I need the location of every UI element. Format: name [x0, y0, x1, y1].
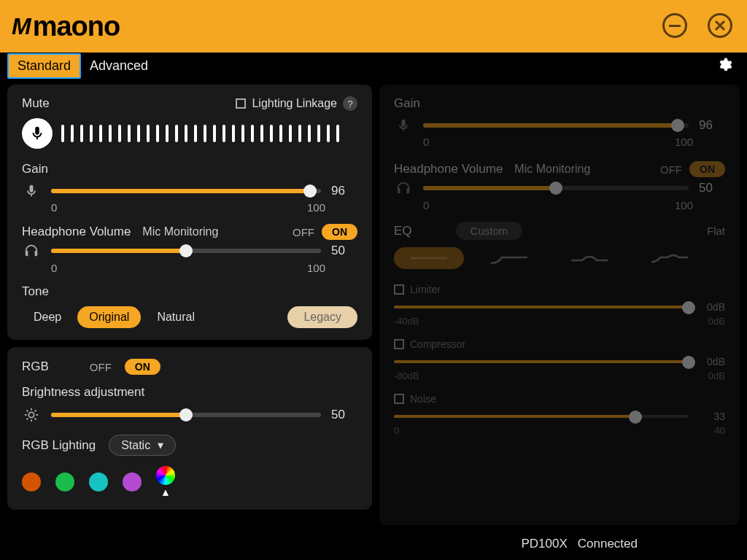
compressor-value: 0dB [696, 356, 725, 368]
color-swatch-4[interactable] [123, 472, 142, 491]
gain-slider[interactable] [51, 189, 321, 193]
rgb-label: RGB [22, 359, 49, 374]
monitoring-on[interactable]: ON [322, 224, 357, 240]
brightness-label: Brightness adjustment [22, 385, 357, 400]
noise-value: 33 [696, 411, 725, 422]
lighting-linkage-toggle[interactable]: Lighting Linkage ? [236, 96, 357, 111]
compressor-label: Compressor [410, 338, 465, 350]
noise-max: 40 [715, 425, 725, 436]
adv-hp-slider[interactable] [423, 186, 689, 190]
headphones-icon [22, 243, 41, 259]
mic-icon [22, 184, 41, 198]
limiter-toggle[interactable]: Limiter [394, 284, 725, 295]
adv-mic-monitoring: Mic Monitoring [514, 163, 590, 176]
tone-label: Tone [22, 284, 357, 299]
compressor-max: 0dB [708, 370, 725, 381]
tab-standard[interactable]: Standard [7, 53, 81, 79]
color-swatch-3[interactable] [89, 472, 108, 491]
brightness-slider[interactable] [51, 413, 321, 417]
brightness-value: 50 [331, 408, 357, 422]
noise-min: 0 [394, 425, 399, 436]
svg-point-3 [28, 412, 34, 417]
noise-slider[interactable] [394, 415, 689, 418]
adv-gain-min: 0 [423, 136, 429, 148]
limiter-value: 0dB [696, 301, 725, 313]
tone-deep[interactable]: Deep [22, 306, 73, 328]
limiter-label: Limiter [410, 284, 441, 295]
adv-monitoring-on[interactable]: ON [689, 161, 725, 177]
advanced-panel: Gain 96 0100 Headphone Volume Mic Monito… [379, 85, 740, 525]
minimize-button[interactable] [662, 13, 687, 38]
selected-indicator-icon: ▲ [160, 486, 171, 498]
rgb-lighting-label: RGB Lighting [22, 438, 96, 453]
checkbox-icon [394, 339, 404, 349]
limiter-max: 0dB [708, 316, 725, 327]
lighting-linkage-label: Lighting Linkage [252, 97, 337, 110]
sun-icon [22, 407, 41, 423]
svg-line-8 [26, 410, 28, 411]
rgb-on[interactable]: ON [125, 359, 160, 375]
svg-line-10 [26, 419, 28, 420]
adv-gain-label: Gain [394, 96, 725, 111]
eq-preset-presence[interactable] [554, 247, 624, 269]
adv-gain-value: 96 [699, 118, 725, 133]
adv-hp-label: Headphone Volume [394, 162, 503, 176]
adv-gain-slider[interactable] [423, 123, 689, 128]
limiter-slider[interactable] [394, 306, 689, 308]
noise-label: Noise [410, 393, 436, 405]
eq-flat-label: Flat [707, 225, 725, 237]
compressor-slider[interactable] [394, 360, 689, 363]
gain-max: 100 [307, 201, 325, 214]
connection-state: Connected [578, 537, 638, 551]
color-swatch-1[interactable] [22, 472, 41, 491]
brand-name: maono [33, 11, 120, 42]
brand-logo: M maono [12, 11, 120, 42]
mic-monitoring-label: Mic Monitoring [142, 225, 218, 238]
title-bar: M maono [0, 0, 747, 52]
monitoring-off[interactable]: OFF [293, 226, 314, 238]
headphones-icon [394, 180, 413, 196]
headphone-slider[interactable] [51, 249, 321, 253]
chevron-down-icon: ▾ [158, 438, 163, 452]
eq-preset-scoop[interactable] [635, 247, 705, 269]
adv-gain-max: 100 [675, 136, 693, 148]
device-name: PD100X [521, 537, 567, 551]
rgb-mode-select[interactable]: Static ▾ [109, 435, 176, 456]
hp-min: 0 [51, 262, 57, 274]
compressor-toggle[interactable]: Compressor [394, 338, 725, 350]
mic-icon [394, 118, 413, 133]
level-meter [61, 125, 339, 142]
eq-label: EQ [394, 224, 412, 238]
noise-toggle[interactable]: Noise [394, 393, 725, 405]
checkbox-icon [394, 284, 404, 295]
tab-advanced[interactable]: Advanced [81, 55, 157, 77]
close-button[interactable] [708, 13, 732, 38]
adv-hp-min: 0 [423, 199, 429, 211]
gain-value: 96 [331, 184, 357, 198]
headphone-label: Headphone Volume [22, 225, 131, 239]
color-picker-icon[interactable] [156, 466, 175, 485]
tone-original[interactable]: Original [77, 306, 141, 328]
tone-legacy[interactable]: Legacy [287, 306, 357, 328]
gain-label: Gain [22, 162, 357, 176]
hp-max: 100 [307, 262, 325, 274]
tone-natural[interactable]: Natural [145, 306, 206, 328]
gear-icon[interactable] [716, 57, 732, 73]
adv-hp-value: 50 [699, 181, 725, 195]
headphone-value: 50 [331, 244, 357, 258]
eq-preset-flat[interactable] [394, 247, 464, 269]
rgb-off[interactable]: OFF [90, 361, 112, 373]
help-icon[interactable]: ? [343, 96, 357, 111]
mute-button[interactable] [22, 118, 53, 149]
gain-min: 0 [51, 201, 57, 214]
adv-monitoring-off[interactable]: OFF [660, 163, 682, 176]
eq-preset-highpass[interactable] [474, 247, 544, 269]
svg-rect-0 [669, 25, 681, 27]
svg-line-9 [35, 419, 36, 420]
rgb-mode-value: Static [121, 439, 150, 452]
limiter-min: -40dB [394, 316, 419, 327]
checkbox-icon [236, 98, 246, 109]
status-bar: PD100X Connected [521, 537, 638, 551]
color-swatch-2[interactable] [55, 472, 74, 491]
eq-custom-button[interactable]: Custom [456, 222, 523, 240]
